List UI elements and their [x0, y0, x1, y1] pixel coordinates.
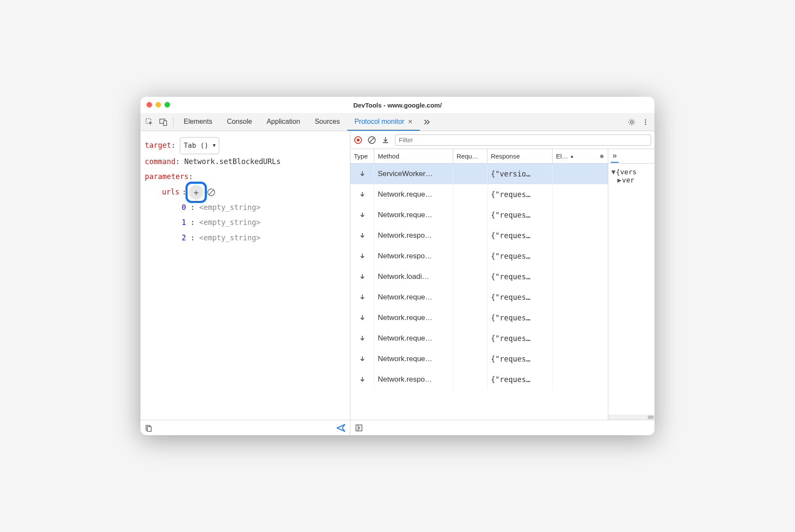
inspect-icon[interactable] [143, 116, 156, 129]
type-icon [350, 246, 374, 266]
method-cell: Network.reque… [374, 308, 453, 328]
table-row[interactable]: ServiceWorker…{"versio… [350, 164, 608, 184]
svg-point-5 [645, 121, 646, 123]
copy-icon[interactable] [145, 424, 152, 432]
method-cell: Network.respo… [374, 246, 453, 266]
svg-rect-10 [147, 427, 151, 431]
type-icon [350, 369, 374, 390]
toggle-sidebar-icon[interactable] [355, 424, 363, 432]
elapsed-cell [553, 287, 608, 308]
sort-caret-icon: ▲ [570, 154, 574, 158]
command-value: Network.setBlockedURLs [184, 157, 281, 166]
type-icon [350, 184, 374, 205]
urls-label: urls [162, 185, 179, 200]
table-row[interactable]: Network.reque…{"reques… [350, 205, 608, 225]
table-row[interactable]: Network.reque…{"reques… [350, 184, 608, 205]
request-cell [453, 349, 487, 369]
send-command-button[interactable] [336, 423, 346, 433]
table-header: Type Method Requ… Response El…▲ [350, 149, 608, 164]
method-cell: Network.loadi… [374, 266, 453, 287]
clear-log-button[interactable] [368, 136, 376, 144]
type-icon [350, 164, 374, 184]
table-row[interactable]: Network.reque…{"reques… [350, 287, 608, 308]
command-editor-pane: target: Tab () ▼ command: Network.setBlo… [140, 131, 350, 435]
type-icon [350, 308, 374, 328]
more-menu-icon[interactable] [639, 116, 652, 129]
col-response[interactable]: Response [487, 149, 553, 163]
url-value[interactable]: <empty_string> [199, 233, 260, 242]
col-type[interactable]: Type [350, 149, 374, 163]
request-cell [453, 225, 487, 246]
response-cell: {"reques… [487, 349, 553, 369]
minimize-window-button[interactable] [155, 102, 161, 108]
zoom-window-button[interactable] [164, 102, 170, 108]
table-row[interactable]: Network.reque…{"reques… [350, 349, 608, 369]
tab-application[interactable]: Application [260, 113, 307, 131]
elapsed-cell [553, 369, 608, 390]
request-cell [453, 369, 487, 390]
method-cell: Network.reque… [374, 349, 453, 369]
caret-right-icon[interactable]: ▶ [617, 176, 622, 184]
type-icon [350, 225, 374, 246]
detail-tree[interactable]: ▼{vers ▶ver [608, 164, 655, 415]
type-icon [350, 349, 374, 369]
col-request[interactable]: Requ… [453, 149, 487, 163]
response-cell: {"reques… [487, 184, 553, 205]
svg-rect-2 [164, 121, 167, 126]
url-value[interactable]: <empty_string> [199, 218, 260, 227]
request-cell [453, 308, 487, 328]
request-cell [453, 205, 487, 225]
caret-down-icon[interactable]: ▼ [611, 168, 616, 176]
col-elapsed[interactable]: El…▲ [553, 149, 608, 163]
log-table: Type Method Requ… Response El…▲ ServiceW… [350, 149, 608, 420]
filter-input[interactable] [395, 134, 651, 146]
request-cell [453, 184, 487, 205]
method-cell: Network.reque… [374, 328, 453, 349]
table-row[interactable]: Network.respo…{"reques… [350, 369, 608, 390]
detail-pane: » ▼{vers ▶ver [608, 149, 655, 420]
elapsed-cell [553, 205, 608, 225]
svg-point-3 [631, 121, 633, 123]
tab-protocol-monitor[interactable]: Protocol monitor ✕ [347, 113, 420, 131]
table-row[interactable]: Network.reque…{"reques… [350, 328, 608, 349]
download-button[interactable] [381, 136, 390, 144]
method-cell: Network.reque… [374, 184, 453, 205]
type-icon [350, 266, 374, 287]
clear-urls-button[interactable] [206, 187, 216, 197]
close-tab-icon[interactable]: ✕ [408, 118, 413, 125]
tab-sources[interactable]: Sources [308, 113, 347, 131]
more-tabs-icon[interactable] [421, 116, 433, 129]
table-row[interactable]: Network.loadi…{"reques… [350, 266, 608, 287]
divider [173, 117, 173, 127]
device-toolbar-icon[interactable] [157, 116, 170, 129]
svg-point-4 [645, 119, 646, 120]
tab-elements[interactable]: Elements [177, 113, 219, 131]
detail-more-tabs-icon[interactable]: » [611, 149, 619, 163]
target-select[interactable]: Tab () ▼ [180, 137, 219, 154]
table-row[interactable]: Network.respo…{"reques… [350, 246, 608, 266]
table-row[interactable]: Network.respo…{"reques… [350, 225, 608, 246]
parameters-label: parameters [145, 172, 188, 181]
method-cell: Network.reque… [374, 287, 453, 308]
add-url-button[interactable]: ＋ [189, 185, 203, 200]
close-window-button[interactable] [146, 102, 152, 108]
col-method[interactable]: Method [374, 149, 453, 163]
request-cell [453, 287, 487, 308]
log-toolbar [350, 131, 655, 149]
method-cell: Network.reque… [374, 205, 453, 225]
request-cell [453, 164, 487, 184]
record-button[interactable] [354, 136, 362, 144]
response-cell: {"reques… [487, 308, 553, 328]
method-cell: Network.respo… [374, 225, 453, 246]
url-value[interactable]: <empty_string> [199, 203, 260, 212]
window-title: DevTools - www.google.com/ [353, 102, 442, 109]
command-label: command [145, 157, 176, 166]
horizontal-scrollbar[interactable] [608, 415, 655, 420]
type-icon [350, 328, 374, 349]
settings-icon[interactable] [625, 116, 638, 129]
table-row[interactable]: Network.reque…{"reques… [350, 308, 608, 328]
titlebar: DevTools - www.google.com/ [140, 97, 655, 113]
tab-console[interactable]: Console [220, 113, 259, 131]
elapsed-cell [553, 225, 608, 246]
url-index: 2 [182, 233, 186, 242]
